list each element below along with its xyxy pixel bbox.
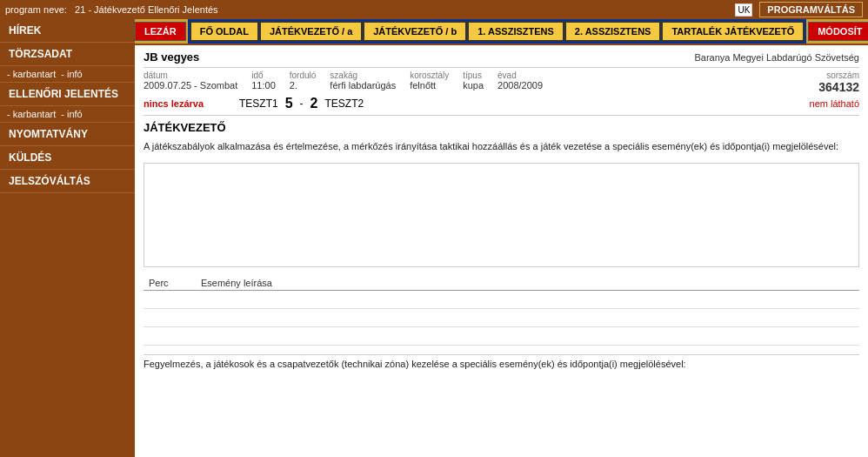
match-szakag: szakág férfi labdarúgás [330, 71, 396, 94]
korosztaly-value: felnőtt [410, 80, 449, 91]
col-perc: Perc [144, 276, 196, 291]
tab-fo-oldal[interactable]: FŐ OLDAL [190, 21, 259, 42]
score-separator: - [300, 97, 304, 110]
not-visible-label: nem látható [810, 98, 859, 109]
tab-jv-b[interactable]: JÁTÉKVEZETŐ / b [363, 21, 467, 42]
fordulo-value: 2. [290, 80, 317, 91]
match-datum: dátum 2009.07.25 - Szombat [144, 71, 237, 94]
tab-group-box: FŐ OLDAL JÁTÉKVEZETŐ / a JÁTÉKVEZETŐ / b… [188, 19, 807, 44]
tab-modosit[interactable]: MÓDOSÍT [808, 22, 868, 41]
sidebar-sub-ellenori: - karbantart - infó [0, 106, 135, 123]
match-evad: évad 2008/2009 [497, 71, 543, 94]
szakag-label: szakág [330, 71, 396, 80]
program-label-text: program neve: [5, 4, 67, 15]
match-korosztaly: korosztály felnőtt [410, 71, 449, 94]
sorszam-value: 364132 [818, 80, 859, 94]
sidebar-karbantart2[interactable]: - karbantart [7, 109, 56, 119]
bottom-description: Fegyelmezés, a játékosok és a csapatveze… [144, 354, 859, 369]
program-label: program neve: 21 - Játékvezető Ellenőri … [5, 4, 735, 15]
top-bar: program neve: 21 - Játékvezető Ellenőri … [0, 0, 868, 19]
program-title: 21 - Játékvezető Ellenőri Jelentés [75, 4, 217, 15]
score-away-team: TESZT2 [324, 97, 364, 110]
match-status: nincs lezárva [144, 98, 222, 109]
sidebar-item-kuldes[interactable]: KÜLDÉS [0, 146, 135, 170]
table-row [144, 290, 859, 308]
datum-value: 2009.07.25 - Szombat [144, 80, 237, 91]
cell-esemeny [196, 308, 859, 326]
score-away: 2 [310, 96, 318, 111]
sidebar-item-hirek[interactable]: HÍREK [0, 19, 135, 43]
score-home-team: TESZT1 [239, 97, 278, 110]
cell-perc [144, 326, 196, 345]
match-tipus: típus kupa [463, 71, 484, 94]
cell-perc [144, 308, 196, 326]
jatekvezeto-description: A játékszabályok alkalmazása és értelmez… [144, 139, 859, 154]
match-federation: Baranya Megyei Labdarúgó Szövetség [694, 52, 859, 63]
jatekvezeto-title: JÁTÉKVEZETŐ [144, 121, 859, 134]
match-teams: JB vegyes [144, 50, 199, 64]
ido-value: 11:00 [251, 80, 276, 91]
col-esemeny: Esemény leírása [196, 276, 859, 291]
cell-perc [144, 290, 196, 308]
match-header: JB vegyes Baranya Megyei Labdarúgó Szöve… [144, 50, 859, 64]
sidebar-item-torzsadat[interactable]: TÖRZSADAT [0, 43, 135, 66]
tab-jv-a[interactable]: JÁTÉKVEZETŐ / a [259, 21, 363, 42]
tipus-value: kupa [463, 80, 484, 91]
tab-1assz[interactable]: 1. ASSZISZTENS [467, 21, 564, 42]
ido-label: idő [251, 71, 276, 80]
table-row [144, 326, 859, 345]
jatekvezeto-textarea[interactable] [144, 163, 859, 267]
szakag-value: férfi labdarúgás [330, 80, 396, 91]
sidebar-info2[interactable]: - infó [61, 109, 82, 119]
sidebar-item-jelszoValtas[interactable]: JELSZÓVÁLTÁS [0, 170, 135, 193]
cell-esemeny [196, 290, 859, 308]
score-home: 5 [285, 96, 293, 111]
sorszam-label: sorszám [818, 71, 859, 80]
tab-lezar[interactable]: LEZÁR [135, 22, 186, 41]
tab-bar: LEZÁR FŐ OLDAL JÁTÉKVEZETŐ / a JÁTÉKVEZE… [135, 19, 868, 45]
match-fordulo: forduló 2. [290, 71, 317, 94]
match-ido: idő 11:00 [251, 71, 276, 94]
tipus-label: típus [463, 71, 484, 80]
main-layout: HÍREK TÖRZSADAT - karbantart - infó ELLE… [0, 19, 868, 457]
flag-icon[interactable]: UK [735, 3, 752, 17]
program-switch-button[interactable]: PROGRAMVÁLTÁS [759, 2, 863, 17]
datum-label: dátum [144, 71, 237, 80]
main-content: LEZÁR FŐ OLDAL JÁTÉKVEZETŐ / a JÁTÉKVEZE… [135, 19, 868, 457]
match-sorszam: sorszám 364132 [818, 71, 859, 94]
cell-esemeny [196, 326, 859, 345]
match-score-row: nincs lezárva TESZT1 5 - 2 TESZT2 nem lá… [144, 96, 859, 116]
sidebar-info[interactable]: - infó [61, 69, 82, 79]
fordulo-label: forduló [290, 71, 317, 80]
sidebar-sub-torzsadat: - karbantart - infó [0, 66, 135, 83]
sidebar-item-nyomtatvany[interactable]: NYOMTATVÁNY [0, 123, 135, 146]
table-row [144, 308, 859, 326]
evad-value: 2008/2009 [497, 80, 543, 91]
tab-tartalek[interactable]: TARTALÉK JÁTÉKVEZETŐ [661, 21, 805, 42]
evad-label: évad [497, 71, 543, 80]
sidebar-item-ellenori[interactable]: ELLENŐRI JELENTÉS [0, 83, 135, 106]
content-area: JB vegyes Baranya Megyei Labdarúgó Szöve… [135, 45, 868, 457]
sidebar: HÍREK TÖRZSADAT - karbantart - infó ELLE… [0, 19, 135, 457]
event-table: Perc Esemény leírása [144, 276, 859, 346]
match-info-row: dátum 2009.07.25 - Szombat idő 11:00 for… [144, 67, 859, 94]
sidebar-karbantart[interactable]: - karbantart [7, 69, 56, 79]
korosztaly-label: korosztály [410, 71, 449, 80]
tab-2assz[interactable]: 2. ASSZISZTENS [564, 21, 662, 42]
